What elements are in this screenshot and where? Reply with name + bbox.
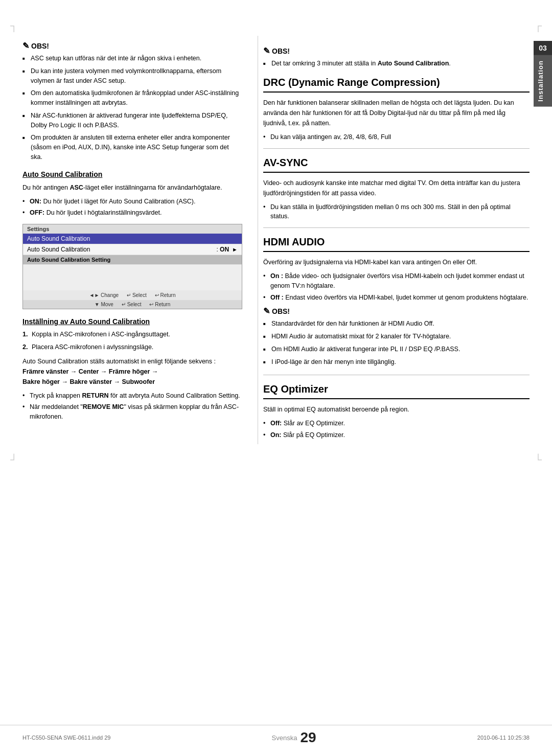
settings-highlight-label: Auto Sound Calibration [27,235,238,242]
obs-title-left: ✎ OBS! [22,41,242,51]
hdmi-audio-header: HDMI AUDIO [263,236,530,252]
obs-item-5: Om produkten är ansluten till externa en… [22,133,242,162]
eq-bullet-off: Off: Slår av EQ Optimizer. [263,419,530,428]
corner-marks-top: ┐ ┌ [0,20,552,31]
settings-mockup-footer2: ▼ Move ↵ Select ↩ Return [23,300,242,309]
obs-list-right: Det tar omkring 3 minuter att ställa in … [263,59,530,68]
drc-bullet-1: Du kan välja antingen av, 2/8, 4/8, 6/8,… [263,132,530,142]
obs-block-left: ✎ OBS! ASC setup kan utföras när det int… [22,41,242,162]
corner-mark-tl: ┐ [10,20,17,31]
av-sync-header: AV-SYNC [263,157,530,173]
settings-row1-arrow: ► [232,246,238,253]
obs-item-4: När ASC-funktionen är aktiverad fungerar… [22,111,242,130]
obs-label-right: OBS! [272,47,290,55]
av-sync-bullet-1: Du kan ställa in ljudfördröjningstiden m… [263,202,530,222]
obs-item-3: Om den automatiska ljudmikrofonen är frå… [22,88,242,108]
hdmi-audio-bullets: On : Både video- och ljudsignaler överfö… [263,271,530,302]
obs2-item-1: Det tar omkring 3 minuter att ställa in … [263,59,530,68]
sequence-line1: Främre vänster → Center → Främre höger → [22,368,158,375]
eq-optimizer-bullets: Off: Slår av EQ Optimizer. On: Slår på E… [263,419,530,440]
installation-steps: 1. Koppla in ASC-mikrofonen i ASC-ingång… [22,330,242,352]
obs-label-3: OBS! [272,307,290,315]
footer-left: HT-C550-SENA SWE-0611.indd 29 [22,735,110,741]
settings-mockup-row2: Auto Sound Calibration Setting [23,255,242,265]
obs3-item-3: Om HDMI Audio är aktiverat fungerar inte… [263,345,530,354]
obs-list-3: Standardvärdet för den här funktionen är… [263,319,530,366]
step-1-num: 1. [22,330,28,339]
right-column: ✎ OBS! Det tar omkring 3 minuter att stä… [258,36,530,444]
obs-label-left: OBS! [31,42,49,50]
asc-bullet-on: ON: Du hör ljudet i läget för Auto Sound… [22,197,242,207]
footer1-return: ↩ Return [155,292,176,298]
divider-1 [263,148,530,149]
installation-header: Inställning av Auto Sound Calibration [22,317,242,326]
extra-bullet-1: Tryck på knappen RETURN för att avbryta … [22,391,242,401]
corner-marks-bottom: ┘ └ [0,454,552,465]
obs-icon-left: ✎ [22,41,29,51]
corner-mark-br: └ [535,454,542,465]
left-column: ✎ OBS! ASC setup kan utföras när det int… [22,36,258,444]
eq-optimizer-body: Ställ in optimal EQ automatiskt beroende… [263,404,530,415]
page-footer: HT-C550-SENA SWE-0611.indd 29 Svenska 29… [0,725,552,746]
footer1-change: ◄► Change [89,292,119,298]
eq-bullet-on: On: Slår på EQ Optimizer. [263,430,530,440]
page-number-block: Svenska 29 [272,729,316,746]
drc-header: DRC (Dynamic Range Compression) [263,77,530,93]
obs-title-right: ✎ OBS! [263,46,530,56]
settings-mockup-footer1: ◄► Change ↵ Select ↩ Return [23,290,242,300]
settings-row1-label: Auto Sound Calibration [27,246,216,253]
eq-optimizer-header: EQ Optimizer [263,383,530,399]
av-sync-bullets: Du kan ställa in ljudfördröjningstiden m… [263,202,530,222]
obs-icon-right: ✎ [263,46,270,56]
obs-block-right: ✎ OBS! Det tar omkring 3 minuter att stä… [263,46,530,68]
corner-mark-tr: ┌ [535,20,542,31]
hdmi-audio-body: Överföring av ljudsignalerna via HDMI-ka… [263,257,530,267]
step-2: 2. Placera ASC-mikrofonen i avlyssningsl… [22,342,242,352]
auto-sound-calibration-bullets: ON: Du hör ljudet i läget för Auto Sound… [22,197,242,218]
obs-item-2: Du kan inte justera volymen med volymkon… [22,66,242,86]
tab-label: Installation [534,55,552,107]
step-2-num: 2. [22,342,28,352]
footer2-select: ↵ Select [122,302,142,307]
obs3-item-4: I iPod-läge är den här menyn inte tillgä… [263,357,530,367]
settings-mockup-highlight-row: Auto Sound Calibration [23,234,242,244]
settings-mockup-spacer [23,265,242,290]
sequence-line2: Bakre höger → Bakre vänster → Subwoofer [22,378,155,385]
drc-bullets: Du kan välja antingen av, 2/8, 4/8, 6/8,… [263,132,530,142]
extra-bullets: Tryck på knappen RETURN för att avbryta … [22,391,242,422]
obs-list-left: ASC setup kan utföras när det inte är nå… [22,54,242,162]
drc-body: Den här funktionen balanserar skillnaden… [263,98,530,128]
hdmi-bullet-off: Off : Endast video överförs via HDMI-kab… [263,293,530,303]
content-area: ✎ OBS! ASC setup kan utföras när det int… [22,36,530,444]
divider-2 [263,227,530,228]
footer2-return: ↩ Return [149,302,170,307]
obs-item-1: ASC setup kan utföras när det inte är nå… [22,54,242,63]
av-sync-body: Video- och audiosynk kanske inte matchar… [263,178,530,198]
step-1: 1. Koppla in ASC-mikrofonen i ASC-ingång… [22,330,242,339]
page-container: ┐ ┌ 03 Installation ✎ OBS! ASC setup kan… [0,0,552,756]
footer1-select: ↵ Select [127,292,147,298]
divider-3 [263,375,530,375]
footer2-move: ▼ Move [95,302,113,307]
hdmi-bullet-on: On : Både video- och ljudsignaler överfö… [263,271,530,291]
asc-auto-intro: Auto Sound Calibration ställs automatisk… [22,358,216,365]
obs-block-3: ✎ OBS! Standardvärdet för den här funkti… [263,306,530,366]
auto-sound-calibration-body: Du hör antingen ASC-läget eller inställn… [22,182,242,193]
settings-mockup-title: Settings [23,224,242,234]
settings-row2-label: Auto Sound Calibration Setting [27,257,238,263]
settings-mockup-row1: Auto Sound Calibration : ON ► [23,244,242,255]
settings-row1-value: ON [218,246,229,253]
obs-title-3: ✎ OBS! [263,306,530,316]
settings-mockup: Settings Auto Sound Calibration Auto Sou… [22,224,242,309]
footer-right: 2010-06-11 10:25:38 [477,735,530,741]
side-tab: 03 Installation [534,41,552,107]
auto-sound-calibration-header: Auto Sound Calibration [22,170,242,178]
extra-bullet-2: När meddelandet "REMOVE MIC" visas på sk… [22,402,242,422]
page-lang: Svenska [272,734,297,742]
obs3-item-2: HDMI Audio är automatiskt mixat för 2 ka… [263,332,530,341]
obs3-item-1: Standardvärdet för den här funktionen är… [263,319,530,329]
obs-icon-3: ✎ [263,306,270,316]
asc-bullet-off: OFF: Du hör ljudet i högtalarinställning… [22,208,242,218]
corner-mark-bl: ┘ [10,454,17,465]
asc-auto-text: Auto Sound Calibration ställs automatisk… [22,356,242,387]
